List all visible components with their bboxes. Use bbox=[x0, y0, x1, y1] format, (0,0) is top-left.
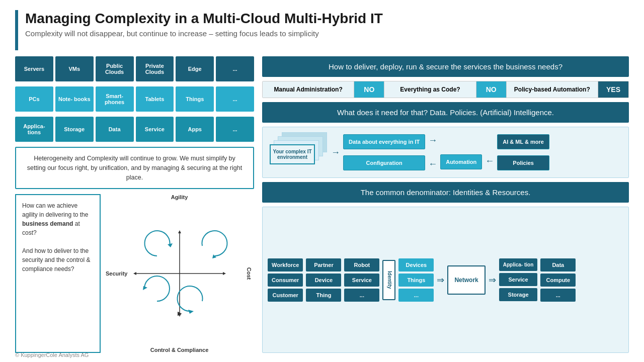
tile-row-3: Applica- tions Storage Data Service Apps… bbox=[15, 117, 254, 142]
tile-tablets: Tablets bbox=[136, 86, 174, 112]
tile-apps: Apps bbox=[176, 117, 214, 142]
id-more1: ... bbox=[344, 289, 379, 302]
svg-marker-5 bbox=[133, 272, 136, 275]
agility-questions: How can we achieve agility in delivering… bbox=[15, 194, 101, 353]
tile-row-1: Servers VMs Public Clouds Private Clouds… bbox=[15, 56, 254, 81]
svg-marker-9 bbox=[188, 310, 194, 314]
svg-marker-2 bbox=[178, 230, 181, 233]
flow-ai-node: AI & ML & more bbox=[497, 134, 549, 149]
header: Managing Complexity in a Multi-Cloud Mul… bbox=[15, 10, 629, 50]
svg-marker-7 bbox=[212, 254, 216, 258]
svg-marker-3 bbox=[223, 272, 226, 275]
qa-eac-label: Everything as Code? bbox=[384, 81, 476, 98]
identity-grid: Workforce Consumer Customer Partner Devi… bbox=[268, 211, 623, 348]
page-subtitle: Complexity will not disappear, but conti… bbox=[25, 29, 383, 38]
flow-arrows-col: → ← bbox=[428, 135, 437, 169]
id-identity-label: Identity bbox=[382, 260, 395, 300]
tile-row1-more: ... bbox=[216, 56, 254, 81]
agility-chart: Agility bbox=[105, 194, 254, 353]
id-col-devices: Devices Things ... bbox=[398, 258, 434, 302]
flow-diagram: Your complex IT environment → Data about… bbox=[262, 127, 629, 178]
header-accent-bar bbox=[15, 10, 18, 50]
main-content: Servers VMs Public Clouds Private Clouds… bbox=[15, 56, 629, 353]
axis-security-label: Security bbox=[106, 270, 127, 277]
tile-public-clouds: Public Clouds bbox=[96, 56, 134, 81]
tile-service: Service bbox=[136, 117, 174, 142]
id-arrow-2: ⇒ bbox=[489, 275, 496, 286]
id-thing: Thing bbox=[306, 289, 341, 302]
qa-policy-answer: YES bbox=[598, 81, 628, 98]
flow-automation-node: Automation bbox=[440, 154, 482, 169]
right-question2: What does it need for that? Data. Polici… bbox=[262, 102, 629, 123]
flow-arrow-4: ← bbox=[485, 156, 494, 166]
right-question1: How to deliver, deploy, run & secure the… bbox=[262, 56, 629, 77]
tile-vms: VMs bbox=[55, 56, 94, 81]
svg-marker-4 bbox=[178, 314, 181, 317]
svg-marker-6 bbox=[168, 243, 173, 247]
flow-arrow-1: → bbox=[331, 147, 340, 158]
flow-config-node: Configuration bbox=[343, 155, 425, 170]
tile-edge: Edge bbox=[176, 56, 214, 81]
page: Managing Complexity in a Multi-Cloud Mul… bbox=[0, 0, 644, 362]
svg-marker-8 bbox=[143, 286, 147, 290]
qa-eac-answer: NO bbox=[476, 81, 507, 98]
tile-row3-more: ... bbox=[216, 117, 254, 142]
tile-smartphones: Smart- phones bbox=[96, 86, 134, 112]
flow-data-box: Data about everything in IT Configuratio… bbox=[343, 134, 425, 170]
flow-arrow-2: → bbox=[428, 135, 437, 146]
tile-servers: Servers bbox=[15, 56, 53, 81]
id-storage: Storage bbox=[499, 288, 538, 301]
id-arrow-1: ⇒ bbox=[437, 275, 444, 286]
flow-right-nodes: AI & ML & more Policies bbox=[497, 134, 549, 170]
qa-policy-label: Policy-based Automation? bbox=[507, 81, 598, 98]
qa-row: Manual Administration? NO Everything as … bbox=[262, 81, 629, 98]
tile-row-2: PCs Note- books Smart- phones Tablets Th… bbox=[15, 86, 254, 112]
right-panel: How to deliver, deploy, run & secure the… bbox=[262, 56, 629, 353]
tile-notebooks: Note- books bbox=[55, 86, 94, 112]
axis-compliance-label: Control & Compliance bbox=[150, 347, 209, 353]
id-col-data: Data Compute ... bbox=[540, 258, 576, 302]
agility-svg bbox=[129, 228, 230, 319]
id-device: Device bbox=[306, 274, 341, 287]
axis-cost-label: Cost bbox=[246, 267, 252, 280]
id-col-people: Workforce Consumer Customer bbox=[268, 258, 303, 302]
id-network: Network bbox=[447, 265, 485, 295]
id-partner: Partner bbox=[306, 258, 341, 272]
id-customer: Customer bbox=[268, 289, 303, 302]
tile-private-clouds: Private Clouds bbox=[136, 56, 174, 81]
id-more3: ... bbox=[540, 289, 576, 302]
tile-data: Data bbox=[96, 117, 134, 142]
id-devices: Devices bbox=[398, 258, 434, 272]
id-compute: Compute bbox=[540, 274, 576, 287]
stack-layer-1: Your complex IT environment bbox=[270, 144, 315, 164]
identities-box: Workforce Consumer Customer Partner Devi… bbox=[262, 207, 629, 353]
flow-auto-node: Automation bbox=[440, 135, 482, 169]
id-more2: ... bbox=[398, 289, 434, 302]
left-panel: Servers VMs Public Clouds Private Clouds… bbox=[15, 56, 254, 353]
id-service3: Service bbox=[499, 273, 538, 286]
id-data2: Data bbox=[540, 258, 576, 272]
id-consumer: Consumer bbox=[268, 274, 303, 287]
id-workforce: Workforce bbox=[268, 258, 303, 272]
id-robot: Robot bbox=[344, 258, 379, 272]
flow-data-node: Data about everything in IT bbox=[343, 134, 425, 149]
id-col-robot: Robot Service ... bbox=[344, 258, 379, 302]
qa-manual-label: Manual Administration? bbox=[263, 81, 354, 98]
header-text: Managing Complexity in a Multi-Cloud Mul… bbox=[25, 10, 383, 38]
id-things: Things bbox=[398, 274, 434, 287]
agility-section: How can we achieve agility in delivering… bbox=[15, 194, 254, 353]
flow-stacked-layers: Your complex IT environment bbox=[268, 132, 328, 172]
flow-arrows-col2: ← bbox=[485, 156, 494, 166]
page-title: Managing Complexity in a Multi-Cloud Mul… bbox=[25, 10, 383, 27]
id-service2: Service bbox=[344, 274, 379, 287]
tile-applications: Applica- tions bbox=[15, 117, 53, 142]
tile-row2-more: ... bbox=[216, 86, 254, 112]
flow-policies-node: Policies bbox=[497, 155, 549, 170]
tile-things: Things bbox=[176, 86, 214, 112]
heterogeneity-text: Heterogeneity and Complexity will contin… bbox=[15, 147, 254, 189]
tile-pcs: PCs bbox=[15, 86, 53, 112]
identities-header: The common denominator: Identities & Res… bbox=[262, 182, 629, 203]
id-application: Applica- tion bbox=[499, 258, 538, 271]
tile-storage: Storage bbox=[55, 117, 94, 142]
footer: © KuppingerCole Analysts AG bbox=[15, 352, 89, 358]
